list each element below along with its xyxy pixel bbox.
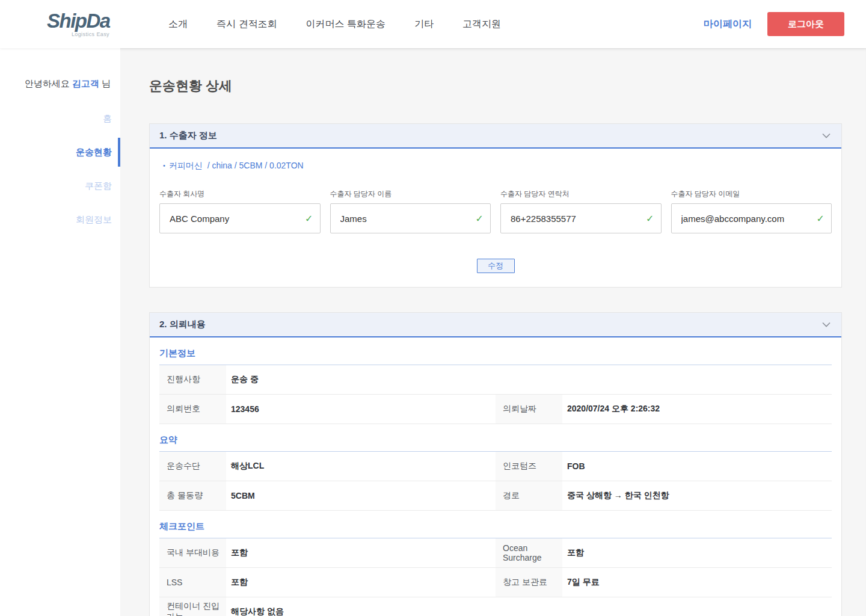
detail-group: 요약운송수단해상LCL인코텀즈FOB총 물동량5CBM경로중국 상해항 → 한국…	[159, 424, 832, 511]
request-details-section: 2. 의뢰내용 기본정보진행사항운송 중의뢰번호123456의뢰날짜2020/0…	[149, 312, 842, 616]
field-input-box: ✓	[671, 203, 832, 233]
exporter-field: 수출자 담당자 연락처✓	[500, 189, 662, 233]
row-value: 해상LCL	[226, 452, 496, 481]
row-label: LSS	[159, 568, 226, 597]
field-input-box: ✓	[500, 203, 662, 233]
table-row: 진행사항운송 중	[159, 365, 832, 395]
row-value: 포함	[226, 568, 496, 597]
exporter-field: 수출자 담당자 이름✓	[330, 189, 491, 233]
row-value: 2020/07/24 오후 2:26:32	[562, 395, 832, 424]
group-title: 요약	[159, 424, 832, 452]
nav-item-이커머스 특화운송[interactable]: 이커머스 특화운송	[306, 18, 385, 31]
table-cell-pair: 인코텀즈FOB	[496, 452, 832, 481]
table-row: LSS포함창고 보관료7일 무료	[159, 568, 832, 597]
field-input[interactable]	[672, 204, 832, 233]
row-label: 의뢰날짜	[496, 395, 562, 424]
nav-item-즉시 견적조회[interactable]: 즉시 견적조회	[216, 18, 277, 31]
row-value: 123456	[226, 395, 496, 424]
row-label: 운송수단	[159, 452, 226, 481]
page-title: 운송현황 상세	[149, 77, 866, 95]
nav-item-고객지원[interactable]: 고객지원	[462, 18, 501, 31]
chevron-down-icon[interactable]	[822, 322, 831, 327]
table-row: 국내 부대비용포함Ocean Surcharge포함	[159, 538, 832, 568]
table-cell-pair: Ocean Surcharge포함	[496, 538, 832, 567]
field-label: 수출자 회사명	[159, 189, 321, 199]
sidebar-item-운송현황[interactable]: 운송현황	[0, 135, 120, 169]
field-label: 수출자 담당자 이름	[330, 189, 491, 199]
row-value: 중국 상해항 → 한국 인천항	[562, 481, 832, 510]
field-label: 수출자 담당자 이메일	[671, 189, 832, 199]
request-groups: 기본정보진행사항운송 중의뢰번호123456의뢰날짜2020/07/24 오후 …	[150, 337, 841, 616]
table-cell-pair: 진행사항운송 중	[159, 365, 832, 394]
exporter-info-body: •커피머신 / china / 5CBM / 0.02TON 수출자 회사명✓수…	[150, 149, 841, 287]
table-cell-pair: 국내 부대비용포함	[159, 538, 496, 567]
table-cell-pair: LSS포함	[159, 568, 496, 597]
user-name: 김고객	[72, 78, 99, 88]
mypage-link[interactable]: 마이페이지	[704, 18, 752, 31]
sidebar: 안녕하세요 김고객 님 홈운송현황쿠폰함회원정보	[0, 48, 120, 616]
row-label: 총 물동량	[159, 481, 226, 510]
chevron-down-icon[interactable]	[822, 133, 831, 138]
greeting-prefix: 안녕하세요	[25, 78, 72, 88]
row-value: 포함	[226, 538, 496, 567]
check-icon: ✓	[646, 213, 654, 224]
row-label: 컨테이너 진입가능	[159, 597, 226, 616]
sidebar-item-홈[interactable]: 홈	[0, 102, 120, 135]
table-cell-pair: 의뢰번호123456	[159, 395, 496, 424]
sidebar-item-회원정보[interactable]: 회원정보	[0, 203, 120, 236]
table-row: 컨테이너 진입가능해당사항 없음	[159, 597, 832, 616]
request-details-header[interactable]: 2. 의뢰내용	[150, 313, 841, 337]
greeting-suffix: 님	[99, 78, 111, 88]
exporter-field: 수출자 담당자 이메일✓	[671, 189, 832, 233]
nav-item-소개[interactable]: 소개	[168, 18, 188, 31]
table-cell-pair: 컨테이너 진입가능해당사항 없음	[159, 597, 832, 616]
table-row: 총 물동량5CBM경로중국 상해항 → 한국 인천항	[159, 481, 832, 511]
row-value: 해당사항 없음	[226, 597, 832, 616]
summary-text: 커피머신 / china / 5CBM / 0.02TON	[169, 161, 304, 170]
field-label: 수출자 담당자 연락처	[500, 189, 662, 199]
row-label: 인코텀즈	[496, 452, 562, 481]
edit-button-row: 수정	[159, 259, 832, 273]
table-row: 의뢰번호123456의뢰날짜2020/07/24 오후 2:26:32	[159, 395, 832, 424]
check-icon: ✓	[305, 213, 313, 224]
content-area: 안녕하세요 김고객 님 홈운송현황쿠폰함회원정보 운송현황 상세 1. 수출자 …	[0, 48, 866, 616]
table-cell-pair: 경로중국 상해항 → 한국 인천항	[496, 481, 832, 510]
field-input[interactable]	[501, 204, 661, 233]
row-label: 창고 보관료	[496, 568, 562, 597]
table-row: 운송수단해상LCL인코텀즈FOB	[159, 452, 832, 481]
group-title: 기본정보	[159, 337, 832, 365]
row-label: 진행사항	[159, 365, 226, 394]
exporter-field: 수출자 회사명✓	[159, 189, 321, 233]
sidebar-greeting: 안녕하세요 김고객 님	[0, 48, 120, 90]
table-cell-pair: 운송수단해상LCL	[159, 452, 496, 481]
field-input-box: ✓	[330, 203, 491, 233]
row-value: 5CBM	[226, 481, 496, 510]
sidebar-menu: 홈운송현황쿠폰함회원정보	[0, 102, 120, 236]
check-icon: ✓	[817, 213, 825, 224]
row-label: 경로	[496, 481, 562, 510]
detail-group: 체크포인트국내 부대비용포함Ocean Surcharge포함LSS포함창고 보…	[159, 511, 832, 616]
check-icon: ✓	[476, 213, 484, 224]
edit-button[interactable]: 수정	[477, 259, 515, 273]
shipda-logo[interactable]: ShipDa Logistics Easy	[47, 11, 109, 37]
field-input[interactable]	[160, 204, 320, 233]
nav-item-기타[interactable]: 기타	[414, 18, 434, 31]
exporter-info-section: 1. 수출자 정보 •커피머신 / china / 5CBM / 0.02TON…	[149, 123, 842, 288]
row-value: FOB	[562, 452, 832, 481]
field-input-box: ✓	[159, 203, 321, 233]
row-value: 7일 무료	[562, 568, 832, 597]
section-title: 2. 의뢰내용	[159, 319, 206, 330]
main-panel: 운송현황 상세 1. 수출자 정보 •커피머신 / china / 5CBM /…	[120, 48, 866, 616]
top-header: ShipDa Logistics Easy 소개즉시 견적조회이커머스 특화운송…	[0, 0, 866, 48]
exporter-fields: 수출자 회사명✓수출자 담당자 이름✓수출자 담당자 연락처✓수출자 담당자 이…	[159, 189, 832, 233]
logout-button[interactable]: 로그아웃	[767, 12, 844, 36]
bullet-icon: •	[163, 162, 165, 169]
group-title: 체크포인트	[159, 511, 832, 538]
exporter-info-header[interactable]: 1. 수출자 정보	[150, 124, 841, 149]
main-nav: 소개즉시 견적조회이커머스 특화운송기타고객지원	[168, 18, 501, 31]
sidebar-item-쿠폰함[interactable]: 쿠폰함	[0, 169, 120, 203]
section-title: 1. 수출자 정보	[159, 130, 217, 141]
shipment-summary: •커피머신 / china / 5CBM / 0.02TON	[159, 161, 832, 171]
table-cell-pair: 총 물동량5CBM	[159, 481, 496, 510]
field-input[interactable]	[331, 204, 491, 233]
